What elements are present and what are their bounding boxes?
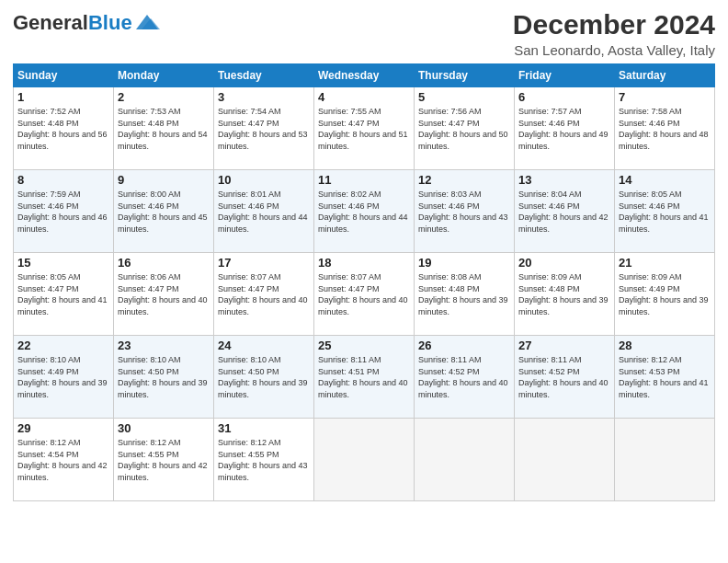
day-cell: 31 Sunrise: 8:12 AM Sunset: 4:55 PM Dayl… — [214, 419, 314, 501]
day-number: 11 — [318, 173, 410, 187]
day-cell: 30 Sunrise: 8:12 AM Sunset: 4:55 PM Dayl… — [114, 419, 214, 501]
day-info: Sunrise: 8:00 AM Sunset: 4:46 PM Dayligh… — [118, 189, 210, 235]
day-info: Sunrise: 8:09 AM Sunset: 4:48 PM Dayligh… — [518, 271, 610, 317]
day-cell — [515, 419, 615, 501]
calendar-container: GeneralBlue December 2024 San Leonardo, … — [0, 0, 728, 563]
col-header-sunday: Sunday — [14, 64, 114, 87]
day-info: Sunrise: 8:12 AM Sunset: 4:55 PM Dayligh… — [118, 437, 210, 483]
day-info: Sunrise: 8:02 AM Sunset: 4:46 PM Dayligh… — [318, 189, 410, 235]
day-cell: 17 Sunrise: 8:07 AM Sunset: 4:47 PM Dayl… — [214, 253, 314, 336]
day-info: Sunrise: 7:56 AM Sunset: 4:47 PM Dayligh… — [418, 106, 510, 152]
day-number: 7 — [619, 90, 711, 104]
day-number: 4 — [318, 90, 410, 104]
day-number: 2 — [118, 90, 210, 104]
header: GeneralBlue December 2024 San Leonardo, … — [13, 9, 715, 58]
day-cell: 26 Sunrise: 8:11 AM Sunset: 4:52 PM Dayl… — [415, 336, 515, 419]
day-cell: 6 Sunrise: 7:57 AM Sunset: 4:46 PM Dayli… — [515, 87, 615, 170]
day-number: 28 — [619, 339, 711, 352]
day-cell: 4 Sunrise: 7:55 AM Sunset: 4:47 PM Dayli… — [314, 87, 415, 170]
day-cell: 8 Sunrise: 7:59 AM Sunset: 4:46 PM Dayli… — [14, 170, 114, 253]
day-cell: 24 Sunrise: 8:10 AM Sunset: 4:50 PM Dayl… — [214, 336, 314, 419]
day-info: Sunrise: 7:53 AM Sunset: 4:48 PM Dayligh… — [118, 106, 210, 152]
day-number: 3 — [218, 90, 310, 104]
day-number: 23 — [118, 339, 210, 352]
day-number: 6 — [518, 90, 610, 104]
day-info: Sunrise: 7:57 AM Sunset: 4:46 PM Dayligh… — [518, 106, 610, 152]
day-info: Sunrise: 8:06 AM Sunset: 4:47 PM Dayligh… — [118, 271, 210, 317]
month-title: December 2024 — [513, 9, 715, 40]
day-info: Sunrise: 8:12 AM Sunset: 4:54 PM Dayligh… — [17, 437, 109, 483]
day-info: Sunrise: 8:12 AM Sunset: 4:53 PM Dayligh… — [619, 354, 711, 400]
day-cell: 11 Sunrise: 8:02 AM Sunset: 4:46 PM Dayl… — [314, 170, 415, 253]
week-row-4: 22 Sunrise: 8:10 AM Sunset: 4:49 PM Dayl… — [14, 336, 715, 419]
day-info: Sunrise: 8:03 AM Sunset: 4:46 PM Dayligh… — [418, 189, 510, 235]
col-header-tuesday: Tuesday — [214, 64, 314, 87]
day-cell: 20 Sunrise: 8:09 AM Sunset: 4:48 PM Dayl… — [515, 253, 615, 336]
day-cell: 15 Sunrise: 8:05 AM Sunset: 4:47 PM Dayl… — [14, 253, 114, 336]
day-info: Sunrise: 7:58 AM Sunset: 4:46 PM Dayligh… — [619, 106, 711, 152]
day-number: 20 — [518, 256, 610, 270]
day-info: Sunrise: 8:11 AM Sunset: 4:52 PM Dayligh… — [418, 354, 510, 400]
day-cell: 3 Sunrise: 7:54 AM Sunset: 4:47 PM Dayli… — [214, 87, 314, 170]
day-info: Sunrise: 8:01 AM Sunset: 4:46 PM Dayligh… — [218, 189, 310, 235]
day-number: 24 — [218, 339, 310, 352]
week-row-2: 8 Sunrise: 7:59 AM Sunset: 4:46 PM Dayli… — [14, 170, 715, 253]
day-cell: 5 Sunrise: 7:56 AM Sunset: 4:47 PM Dayli… — [415, 87, 515, 170]
day-cell: 14 Sunrise: 8:05 AM Sunset: 4:46 PM Dayl… — [615, 170, 715, 253]
day-number: 1 — [17, 90, 109, 104]
day-info: Sunrise: 8:10 AM Sunset: 4:50 PM Dayligh… — [218, 354, 310, 400]
day-cell — [314, 419, 415, 501]
title-block: December 2024 San Leonardo, Aosta Valley… — [513, 9, 715, 58]
day-number: 14 — [619, 173, 711, 187]
day-cell: 28 Sunrise: 8:12 AM Sunset: 4:53 PM Dayl… — [615, 336, 715, 419]
location-subtitle: San Leonardo, Aosta Valley, Italy — [513, 42, 715, 58]
day-cell — [615, 419, 715, 501]
week-row-5: 29 Sunrise: 8:12 AM Sunset: 4:54 PM Dayl… — [14, 419, 715, 501]
day-info: Sunrise: 8:10 AM Sunset: 4:50 PM Dayligh… — [118, 354, 210, 400]
day-number: 8 — [17, 173, 109, 187]
week-row-3: 15 Sunrise: 8:05 AM Sunset: 4:47 PM Dayl… — [14, 253, 715, 336]
day-info: Sunrise: 8:05 AM Sunset: 4:46 PM Dayligh… — [619, 189, 711, 235]
col-header-saturday: Saturday — [615, 64, 715, 87]
day-info: Sunrise: 8:07 AM Sunset: 4:47 PM Dayligh… — [218, 271, 310, 317]
col-header-wednesday: Wednesday — [314, 64, 415, 87]
day-info: Sunrise: 7:54 AM Sunset: 4:47 PM Dayligh… — [218, 106, 310, 152]
day-info: Sunrise: 8:08 AM Sunset: 4:48 PM Dayligh… — [418, 271, 510, 317]
day-number: 31 — [218, 421, 310, 435]
day-cell: 7 Sunrise: 7:58 AM Sunset: 4:46 PM Dayli… — [615, 87, 715, 170]
day-number: 13 — [518, 173, 610, 187]
day-cell: 12 Sunrise: 8:03 AM Sunset: 4:46 PM Dayl… — [415, 170, 515, 253]
week-row-1: 1 Sunrise: 7:52 AM Sunset: 4:48 PM Dayli… — [14, 87, 715, 170]
day-number: 27 — [518, 339, 610, 352]
day-number: 30 — [118, 421, 210, 435]
logo-text: GeneralBlue — [13, 13, 132, 33]
day-info: Sunrise: 7:59 AM Sunset: 4:46 PM Dayligh… — [17, 189, 109, 235]
day-info: Sunrise: 8:12 AM Sunset: 4:55 PM Dayligh… — [218, 437, 310, 483]
col-header-friday: Friday — [515, 64, 615, 87]
logo-icon — [134, 13, 160, 33]
day-number: 22 — [17, 339, 109, 352]
day-number: 12 — [418, 173, 510, 187]
calendar-table: SundayMondayTuesdayWednesdayThursdayFrid… — [13, 63, 715, 501]
day-number: 25 — [318, 339, 410, 352]
day-info: Sunrise: 8:07 AM Sunset: 4:47 PM Dayligh… — [318, 271, 410, 317]
day-cell: 13 Sunrise: 8:04 AM Sunset: 4:46 PM Dayl… — [515, 170, 615, 253]
day-number: 29 — [17, 421, 109, 435]
day-number: 17 — [218, 256, 310, 270]
logo: GeneralBlue — [13, 13, 160, 33]
day-info: Sunrise: 8:09 AM Sunset: 4:49 PM Dayligh… — [619, 271, 711, 317]
day-number: 5 — [418, 90, 510, 104]
day-cell: 29 Sunrise: 8:12 AM Sunset: 4:54 PM Dayl… — [14, 419, 114, 501]
day-cell: 19 Sunrise: 8:08 AM Sunset: 4:48 PM Dayl… — [415, 253, 515, 336]
day-info: Sunrise: 8:05 AM Sunset: 4:47 PM Dayligh… — [17, 271, 109, 317]
day-number: 21 — [619, 256, 711, 270]
day-cell: 18 Sunrise: 8:07 AM Sunset: 4:47 PM Dayl… — [314, 253, 415, 336]
day-number: 18 — [318, 256, 410, 270]
day-cell: 16 Sunrise: 8:06 AM Sunset: 4:47 PM Dayl… — [114, 253, 214, 336]
day-number: 19 — [418, 256, 510, 270]
day-number: 16 — [118, 256, 210, 270]
day-cell — [415, 419, 515, 501]
day-info: Sunrise: 8:11 AM Sunset: 4:52 PM Dayligh… — [518, 354, 610, 400]
day-info: Sunrise: 7:55 AM Sunset: 4:47 PM Dayligh… — [318, 106, 410, 152]
day-cell: 23 Sunrise: 8:10 AM Sunset: 4:50 PM Dayl… — [114, 336, 214, 419]
